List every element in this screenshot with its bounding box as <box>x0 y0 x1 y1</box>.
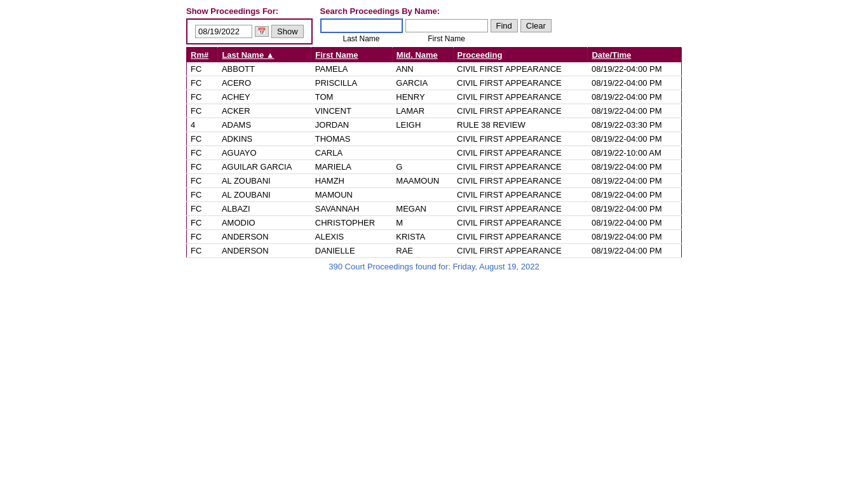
cell-last_name: ADAMS <box>218 118 311 132</box>
cell-last_name: AL ZOUBANI <box>218 174 311 188</box>
cell-last_name: ALBAZI <box>218 202 311 216</box>
calendar-button[interactable]: 📅 <box>255 26 269 37</box>
cell-first_name: VINCENT <box>311 104 393 118</box>
cell-rm: FC <box>187 90 218 104</box>
col-proceeding[interactable]: Proceeding <box>453 48 588 63</box>
first-name-field-label: First Name <box>405 34 488 43</box>
cell-rm: FC <box>187 244 218 258</box>
table-row: FCANDERSONALEXISKRISTACIVIL FIRST APPEAR… <box>187 230 682 244</box>
cell-proceeding: CIVIL FIRST APPEARANCE <box>453 188 588 202</box>
col-mid-name[interactable]: Mid. Name <box>392 48 453 63</box>
cell-datetime: 08/19/22-04:00 PM <box>588 174 682 188</box>
table-row: FCADKINSTHOMASCIVIL FIRST APPEARANCE08/1… <box>187 132 682 146</box>
cell-mid_name: RAE <box>392 244 453 258</box>
search-first-name-input[interactable] <box>405 19 488 32</box>
proceedings-table: Rm# Last Name ▲ First Name Mid. Name Pro… <box>186 47 682 258</box>
col-last-name-link[interactable]: Last Name ▲ <box>222 50 274 60</box>
col-datetime-link[interactable]: Date/Time <box>592 50 631 60</box>
table-row: FCAL ZOUBANIMAMOUNCIVIL FIRST APPEARANCE… <box>187 188 682 202</box>
cell-last_name: ACKER <box>218 104 311 118</box>
cell-first_name: CHRISTOPHER <box>311 216 393 230</box>
table-row: FCAGUILAR GARCIAMARIELAGCIVIL FIRST APPE… <box>187 160 682 174</box>
cell-mid_name: M <box>392 216 453 230</box>
cell-proceeding: CIVIL FIRST APPEARANCE <box>453 62 588 76</box>
cell-proceeding: CIVIL FIRST APPEARANCE <box>453 90 588 104</box>
cell-mid_name: HENRY <box>392 90 453 104</box>
table-row: FCAMODIOCHRISTOPHERMCIVIL FIRST APPEARAN… <box>187 216 682 230</box>
search-last-name-input[interactable] <box>320 18 403 33</box>
col-datetime[interactable]: Date/Time <box>588 48 682 63</box>
col-last-name[interactable]: Last Name ▲ <box>218 48 311 63</box>
cell-mid_name: MAAMOUN <box>392 174 453 188</box>
cell-rm: FC <box>187 216 218 230</box>
cell-last_name: AMODIO <box>218 216 311 230</box>
cell-rm: FC <box>187 188 218 202</box>
col-first-name-link[interactable]: First Name <box>315 50 358 60</box>
cell-last_name: ABBOTT <box>218 62 311 76</box>
cell-datetime: 08/19/22-04:00 PM <box>588 132 682 146</box>
cell-rm: FC <box>187 146 218 160</box>
cell-datetime: 08/19/22-04:00 PM <box>588 188 682 202</box>
cell-mid_name: G <box>392 160 453 174</box>
table-row: FCACEROPRISCILLAGARCIACIVIL FIRST APPEAR… <box>187 76 682 90</box>
cell-first_name: MARIELA <box>311 160 393 174</box>
cell-datetime: 08/19/22-04:00 PM <box>588 76 682 90</box>
search-proceedings-label: Search Proceedings By Name: <box>320 6 440 16</box>
cell-mid_name: MEGAN <box>392 202 453 216</box>
cell-rm: 4 <box>187 118 218 132</box>
cell-rm: FC <box>187 104 218 118</box>
table-row: FCACHEYTOMHENRYCIVIL FIRST APPEARANCE08/… <box>187 90 682 104</box>
cell-mid_name <box>392 188 453 202</box>
cell-mid_name: GARCIA <box>392 76 453 90</box>
cell-rm: FC <box>187 160 218 174</box>
date-input[interactable] <box>195 25 252 38</box>
cell-mid_name <box>392 132 453 146</box>
col-proceeding-link[interactable]: Proceeding <box>458 50 503 60</box>
cell-proceeding: CIVIL FIRST APPEARANCE <box>453 132 588 146</box>
footer-text: 390 Court Proceedings found for: Friday,… <box>186 258 682 275</box>
cell-first_name: CARLA <box>311 146 393 160</box>
cell-mid_name: KRISTA <box>392 230 453 244</box>
table-row: FCACKERVINCENTLAMARCIVIL FIRST APPEARANC… <box>187 104 682 118</box>
cell-mid_name <box>392 146 453 160</box>
cell-proceeding: CIVIL FIRST APPEARANCE <box>453 146 588 160</box>
cell-datetime: 08/19/22-04:00 PM <box>588 160 682 174</box>
cell-rm: FC <box>187 174 218 188</box>
cell-last_name: ANDERSON <box>218 230 311 244</box>
cell-mid_name: ANN <box>392 62 453 76</box>
cell-proceeding: CIVIL FIRST APPEARANCE <box>453 160 588 174</box>
table-row: 4ADAMSJORDANLEIGHRULE 38 REVIEW08/19/22-… <box>187 118 682 132</box>
cell-datetime: 08/19/22-04:00 PM <box>588 216 682 230</box>
cell-rm: FC <box>187 76 218 90</box>
cell-datetime: 08/19/22-04:00 PM <box>588 202 682 216</box>
cell-last_name: ADKINS <box>218 132 311 146</box>
cell-first_name: HAMZH <box>311 174 393 188</box>
col-rm[interactable]: Rm# <box>187 48 218 63</box>
cell-proceeding: CIVIL FIRST APPEARANCE <box>453 244 588 258</box>
cell-datetime: 08/19/22-04:00 PM <box>588 244 682 258</box>
col-first-name[interactable]: First Name <box>311 48 393 63</box>
cell-rm: FC <box>187 62 218 76</box>
cell-proceeding: CIVIL FIRST APPEARANCE <box>453 174 588 188</box>
cell-datetime: 08/19/22-10:00 AM <box>588 146 682 160</box>
cell-last_name: ACERO <box>218 76 311 90</box>
cell-last_name: ANDERSON <box>218 244 311 258</box>
cell-proceeding: CIVIL FIRST APPEARANCE <box>453 230 588 244</box>
cell-datetime: 08/19/22-04:00 PM <box>588 104 682 118</box>
show-button[interactable]: Show <box>271 25 304 38</box>
cell-last_name: AGUAYO <box>218 146 311 160</box>
cell-datetime: 08/19/22-04:00 PM <box>588 62 682 76</box>
cell-last_name: ACHEY <box>218 90 311 104</box>
clear-button[interactable]: Clear <box>520 19 552 32</box>
col-rm-link[interactable]: Rm# <box>191 50 208 60</box>
cell-proceeding: CIVIL FIRST APPEARANCE <box>453 216 588 230</box>
cell-rm: FC <box>187 202 218 216</box>
col-mid-name-link[interactable]: Mid. Name <box>397 50 438 60</box>
table-row: FCAL ZOUBANIHAMZHMAAMOUNCIVIL FIRST APPE… <box>187 174 682 188</box>
cell-datetime: 08/19/22-04:00 PM <box>588 90 682 104</box>
show-proceedings-label: Show Proceedings For: <box>186 6 278 16</box>
find-button[interactable]: Find <box>491 19 518 32</box>
cell-proceeding: CIVIL FIRST APPEARANCE <box>453 202 588 216</box>
cell-first_name: DANIELLE <box>311 244 393 258</box>
cell-last_name: AGUILAR GARCIA <box>218 160 311 174</box>
